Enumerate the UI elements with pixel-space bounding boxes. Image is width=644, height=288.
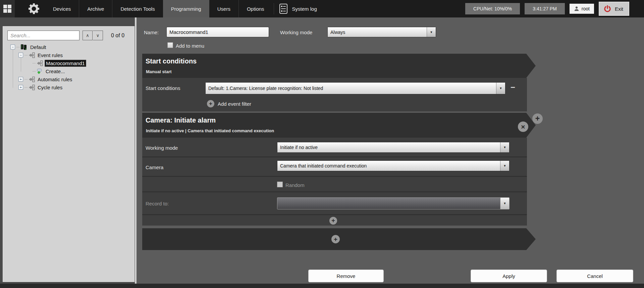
tree-item-create[interactable]: Create... <box>45 68 66 75</box>
expander-icon[interactable]: + <box>18 85 23 90</box>
action-working-mode-select[interactable]: Initiate if no active ▼ <box>277 142 509 153</box>
tree-item-cycle-rules[interactable]: Cycle rules <box>37 84 63 91</box>
rule-node-icon <box>36 60 43 66</box>
start-conditions-title: Start conditions <box>146 57 197 65</box>
tab-archive[interactable]: Archive <box>79 0 112 17</box>
action-title: Camera: Initiate alarm <box>146 116 216 124</box>
cancel-button[interactable]: Cancel <box>556 270 633 282</box>
tab-devices[interactable]: Devices <box>45 0 79 17</box>
tree-row-macrocommand1: Macrocommand1 <box>3 59 86 67</box>
exit-label: Exit <box>615 6 623 12</box>
working-mode-select[interactable]: Always ▼ <box>327 27 436 37</box>
action-camera-select[interactable]: Camera that initiated command execution … <box>277 160 509 171</box>
tree-item-event-rules[interactable]: Event rules <box>37 52 64 58</box>
start-conditions-subtitle: Manual start <box>146 69 172 74</box>
add-event-filter-label[interactable]: Add event filter <box>218 101 251 107</box>
tree-connector <box>24 55 28 55</box>
row-separator <box>142 214 527 215</box>
add-to-menu-checkbox[interactable] <box>167 42 173 48</box>
dropdown-arrow-icon: ▼ <box>427 27 436 37</box>
current-user-button[interactable]: root <box>570 4 594 14</box>
start-conditions-field-label: Start conditions <box>146 85 180 91</box>
start-condition-value: Default: 1.Camera: License plate recogni… <box>206 83 496 94</box>
start-condition-select[interactable]: Default: 1.Camera: License plate recogni… <box>205 82 505 94</box>
remove-event-filter-button[interactable]: − <box>511 84 515 91</box>
record-to-label: Record to: <box>146 201 169 206</box>
plus-icon: + <box>334 236 337 243</box>
main-menu-button[interactable] <box>0 0 15 17</box>
expander-icon[interactable]: + <box>18 77 23 82</box>
sidebar-splitter[interactable] <box>135 17 137 284</box>
tab-programming[interactable]: Programming <box>163 0 209 17</box>
action-working-mode-label: Working mode <box>146 145 178 151</box>
settings-gear[interactable] <box>28 3 40 14</box>
tree-item-default[interactable]: Default <box>29 44 47 50</box>
tree-connector <box>33 71 36 71</box>
record-to-select: ▼ <box>277 197 509 209</box>
tree-item-automatic-rules[interactable]: Automatic rules <box>37 76 73 83</box>
expander-icon[interactable]: − <box>18 53 23 57</box>
tree-row-event-rules: − Event rules <box>3 51 64 59</box>
plus-icon: + <box>535 114 540 123</box>
close-icon: × <box>521 123 525 131</box>
action-camera-label: Camera <box>146 164 163 170</box>
dropdown-arrow-icon: ▼ <box>500 142 509 152</box>
macro-name-input[interactable] <box>166 27 269 37</box>
tree-row-automatic-rules: + Automatic rules <box>3 76 73 83</box>
top-bar: Devices Archive Detection Tools Programm… <box>0 0 644 17</box>
remove-action-button[interactable]: × <box>518 122 528 132</box>
tab-users[interactable]: Users <box>209 0 238 17</box>
clock-badge: 3:41:27 PM <box>525 3 565 14</box>
user-name: root <box>582 6 590 11</box>
main-tabs: Devices Archive Detection Tools Programm… <box>45 0 272 17</box>
tree-connector <box>24 87 28 88</box>
create-icon <box>36 68 43 74</box>
power-icon <box>603 5 611 13</box>
action-working-mode-value: Initiate if no active <box>277 142 500 152</box>
server-icon <box>20 44 28 50</box>
rule-node-icon <box>28 52 35 58</box>
working-mode-label: Working mode <box>280 30 312 35</box>
remove-button[interactable]: Remove <box>308 270 384 282</box>
add-action-button[interactable]: + <box>331 235 340 243</box>
add-action-setting-button[interactable]: + <box>329 217 337 225</box>
search-prev-button[interactable]: ∧ <box>83 31 93 40</box>
row-separator <box>142 191 527 192</box>
gear-icon <box>28 3 40 14</box>
add-to-menu-label: Add to menu <box>176 43 204 49</box>
system-log-label: System log <box>292 6 317 12</box>
search-next-button[interactable]: ∨ <box>93 31 103 40</box>
random-checkbox[interactable] <box>277 182 283 187</box>
tree-connector <box>33 63 36 63</box>
action-header: Camera: Initiate alarm Initiate if no ac… <box>142 113 536 138</box>
tab-detection-tools[interactable]: Detection Tools <box>112 0 163 17</box>
action-body: Working mode Initiate if no active ▼ Cam… <box>142 138 527 226</box>
tree-row-default: − Default <box>3 43 47 51</box>
topbar-right-group: CPU/Net: 10%/0% 3:41:27 PM root Exit <box>465 2 644 16</box>
apply-button[interactable]: Apply <box>471 270 547 282</box>
plus-icon: + <box>331 217 335 224</box>
macro-editor-panel: Name: Working mode Always ▼ Add to menu … <box>137 17 644 284</box>
exit-button[interactable]: Exit <box>599 2 629 16</box>
random-label: Random <box>285 182 305 188</box>
expander-icon[interactable]: − <box>10 45 15 49</box>
system-log-button[interactable]: System log <box>274 3 317 14</box>
user-icon <box>574 6 579 11</box>
name-label: Name: <box>144 30 159 35</box>
system-log-icon <box>279 4 287 14</box>
dropdown-arrow-icon: ▼ <box>500 198 509 209</box>
add-event-filter-plus-icon[interactable]: + <box>207 100 214 107</box>
rule-node-icon <box>28 85 35 90</box>
tab-options[interactable]: Options <box>238 0 272 17</box>
chevron-down-icon: ∨ <box>96 33 100 38</box>
start-conditions-header: Start conditions Manual start <box>142 54 536 78</box>
record-to-value <box>277 198 500 209</box>
row-separator <box>142 156 527 157</box>
chevron-up-icon: ∧ <box>86 33 89 38</box>
dropdown-arrow-icon: ▼ <box>500 161 509 171</box>
row-separator <box>142 176 527 177</box>
tree-item-macrocommand1[interactable]: Macrocommand1 <box>45 60 86 67</box>
add-action-before-button[interactable]: + <box>532 113 543 124</box>
search-input[interactable] <box>7 31 79 40</box>
cpu-net-badge: CPU/Net: 10%/0% <box>465 3 520 14</box>
